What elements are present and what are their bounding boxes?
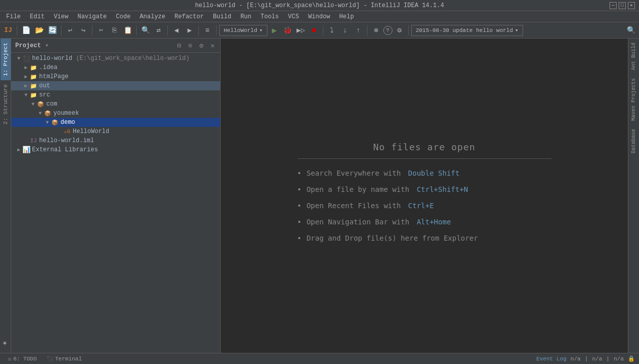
toolbar-search-button[interactable]: 🔍 <box>625 24 637 37</box>
tree-item-htmlpage[interactable]: ▶ 📁 htmlPage <box>11 72 220 81</box>
menu-run[interactable]: Run <box>236 11 256 22</box>
sdk-button[interactable]: ⚙ <box>393 24 406 37</box>
tree-arrow-out: ▶ <box>22 83 29 89</box>
tree-label-out: out <box>39 82 50 89</box>
status-na-2: n/a <box>592 356 602 362</box>
step-into-button[interactable]: ↓ <box>339 24 351 37</box>
toolbar-sep-5 <box>167 25 168 36</box>
tree-item-src[interactable]: ▼ 📁 src <box>11 90 220 100</box>
run-button[interactable]: ▶ <box>268 24 281 37</box>
sync-button[interactable]: 🔄 <box>46 24 58 37</box>
menu-view[interactable]: View <box>50 11 73 22</box>
bottom-right: Event Log n/a | n/a | n/a 🔒 <box>536 355 635 362</box>
close-button[interactable]: ✕ <box>628 2 635 9</box>
folder-icon-out: 📁 <box>29 82 38 89</box>
project-scroll-from-source[interactable]: ⊙ <box>187 41 194 50</box>
tree-item-out[interactable]: ▶ 📁 out <box>11 81 220 90</box>
new-file-button[interactable]: 📄 <box>20 24 32 37</box>
help-button[interactable]: ? <box>383 26 392 35</box>
undo-button[interactable]: ↩ <box>64 24 76 37</box>
hint-recent-files-text: Open Recent Files with <box>307 202 405 210</box>
run-config-arrow: ▾ <box>259 27 263 34</box>
debug-button[interactable]: 🐞 <box>282 24 294 37</box>
tree-item-helloworld-java[interactable]: ▶ ☕G HelloWorld <box>11 127 220 136</box>
structure-button[interactable]: ≡ <box>201 24 214 37</box>
database-tab[interactable]: Database <box>629 125 638 157</box>
tree-label-helloworld: HelloWorld <box>73 128 109 135</box>
menu-window[interactable]: Window <box>304 11 334 22</box>
package-icon-youmeek: 📦 <box>44 110 52 117</box>
vcs-commit-arrow: ▾ <box>515 27 519 34</box>
hint-drag-drop-text: Drag and Drop file(s) here from Explorer <box>307 234 478 242</box>
tree-item-youmeek[interactable]: ▼ 📦 youmeek <box>11 109 220 118</box>
menu-tools[interactable]: Tools <box>257 11 283 22</box>
menu-help[interactable]: Help <box>335 11 358 22</box>
cut-button[interactable]: ✂ <box>95 24 107 37</box>
copy-button[interactable]: ⎘ <box>108 24 120 37</box>
run-coverage-button[interactable]: ▶▷ <box>295 24 307 37</box>
menu-refactor[interactable]: Refactor <box>170 11 208 22</box>
hint-key-ctrl-e: Ctrl+E <box>408 202 434 210</box>
tree-arrow-src: ▼ <box>22 92 29 98</box>
project-tab[interactable]: 1: Project <box>1 39 11 80</box>
menu-file[interactable]: File <box>2 11 25 22</box>
tree-label-htmlpage: htmlPage <box>39 73 69 80</box>
vcs-commit-selector[interactable]: 2015-08-30 update hello world ▾ <box>411 25 523 36</box>
minimize-button[interactable]: — <box>610 2 617 9</box>
toolbar-sep-2 <box>61 25 62 36</box>
tree-item-iml[interactable]: ▶ IJ hello-world.iml <box>11 136 220 145</box>
package-icon-demo: 📦 <box>51 119 59 126</box>
project-collapse-all[interactable]: ⊟ <box>176 41 183 50</box>
ant-build-tab[interactable]: Ant Build <box>629 39 638 74</box>
folder-icon-src: 📁 <box>29 91 38 98</box>
tree-item-root[interactable]: ▼ ⬛ hello-world (E:\git_work_space\hello… <box>11 54 220 63</box>
bottom-bar: ☑ 6: TODO ⬛ Terminal Event Log n/a | n/a… <box>0 353 639 364</box>
menu-edit[interactable]: Edit <box>26 11 49 22</box>
terminal-tab[interactable]: ⬛ Terminal <box>43 355 86 363</box>
back-button[interactable]: ◀ <box>170 24 182 37</box>
todo-tab[interactable]: ☑ 6: TODO <box>4 355 41 363</box>
tree-item-demo[interactable]: ▼ 📦 demo <box>11 118 220 127</box>
redo-button[interactable]: ↪ <box>77 24 89 37</box>
maven-projects-tab[interactable]: Maven Projects <box>629 74 638 125</box>
hint-open-file-text: Open a file by name with <box>307 185 414 193</box>
step-over-button[interactable]: ⤵ <box>326 24 338 37</box>
hint-recent-files: • Open Recent Files with Ctrl+E <box>297 202 552 210</box>
title-bar: hello-world - [E:\git_work_space\hello-w… <box>0 0 639 11</box>
project-close[interactable]: ✕ <box>209 41 216 50</box>
menu-code[interactable]: Code <box>112 11 135 22</box>
menu-vcs[interactable]: VCS <box>284 11 303 22</box>
tree-label-demo: demo <box>60 119 75 126</box>
project-header: Project ▾ ⊟ ⊙ ⚙ ✕ <box>11 39 220 53</box>
menu-navigate[interactable]: Navigate <box>73 11 111 22</box>
menu-bar: File Edit View Navigate Code Analyze Ref… <box>0 11 639 22</box>
tree-item-ext-libs[interactable]: ▶ 📊 External Libraries <box>11 145 220 154</box>
structure-tab[interactable]: 2: Structure <box>1 80 11 128</box>
toolbar-sep-7 <box>216 25 217 36</box>
project-dropdown-arrow[interactable]: ▾ <box>45 42 48 49</box>
maximize-button[interactable]: □ <box>619 2 626 9</box>
tree-label-ext-libs: External Libraries <box>32 146 98 153</box>
event-log-link[interactable]: Event Log <box>536 356 566 362</box>
no-files-title: No files are open <box>297 142 552 159</box>
favorites-tab[interactable]: ★ <box>0 333 12 353</box>
java-icon-helloworld: ☕G <box>63 128 71 135</box>
project-settings[interactable]: ⚙ <box>198 41 205 50</box>
open-button[interactable]: 📂 <box>33 24 45 37</box>
menu-build[interactable]: Build <box>209 11 235 22</box>
stop-button[interactable]: ■ <box>308 24 320 37</box>
forward-button[interactable]: ▶ <box>184 24 196 37</box>
tree-arrow-youmeek: ▼ <box>37 111 44 116</box>
tree-item-com[interactable]: ▼ 📦 com <box>11 100 220 109</box>
replace-button[interactable]: ⇄ <box>153 24 165 37</box>
find-button[interactable]: 🔍 <box>139 24 151 37</box>
hint-nav-bar: • Open Navigation Bar with Alt+Home <box>297 218 552 226</box>
project-root-icon: ⬛ <box>22 55 31 62</box>
tree-item-idea[interactable]: ▶ 📁 .idea <box>11 63 220 72</box>
libraries-icon: 📊 <box>22 146 31 153</box>
paste-button[interactable]: 📋 <box>121 24 134 37</box>
menu-analyze[interactable]: Analyze <box>136 11 169 22</box>
run-config-selector[interactable]: HelloWorld ▾ <box>219 25 267 36</box>
step-out-button[interactable]: ↑ <box>352 24 364 37</box>
breakpoints-button[interactable]: ⊕ <box>370 24 382 37</box>
